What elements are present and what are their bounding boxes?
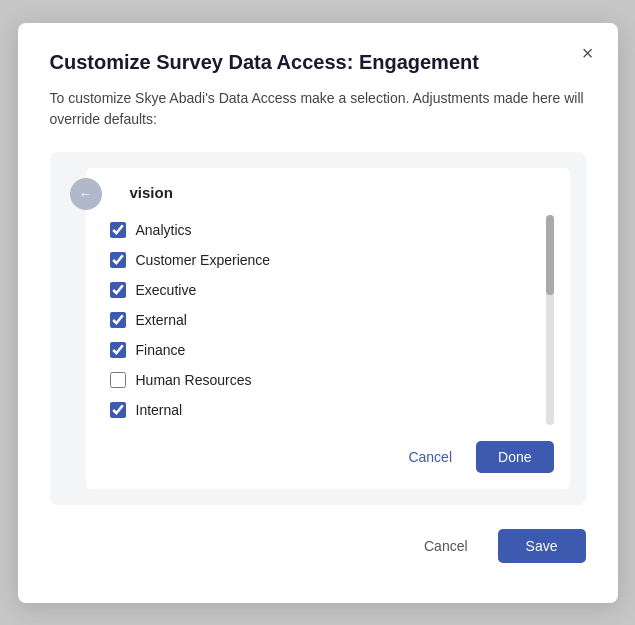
done-button[interactable]: Done: [476, 441, 553, 473]
panel-footer: Cancel Done: [106, 441, 554, 473]
modal: × Customize Survey Data Access: Engageme…: [18, 23, 618, 603]
checkbox-external[interactable]: [110, 312, 126, 328]
scrollbar-track[interactable]: [546, 215, 554, 425]
list-item: External: [106, 305, 536, 335]
list-item: Internal: [106, 395, 536, 425]
checkbox-human_resources[interactable]: [110, 372, 126, 388]
list-item: Customer Experience: [106, 245, 536, 275]
panel-title: vision: [106, 184, 554, 201]
checkbox-label-finance: Finance: [136, 342, 186, 358]
scrollbar-thumb[interactable]: [546, 215, 554, 295]
inner-panel: ← vision AnalyticsCustomer ExperienceExe…: [86, 168, 570, 489]
checkbox-label-human_resources: Human Resources: [136, 372, 252, 388]
checkbox-finance[interactable]: [110, 342, 126, 358]
close-button[interactable]: ×: [578, 39, 598, 67]
modal-overlay: × Customize Survey Data Access: Engageme…: [0, 0, 635, 625]
checkbox-label-analytics: Analytics: [136, 222, 192, 238]
inner-cancel-button[interactable]: Cancel: [394, 441, 466, 473]
checkbox-list-container: AnalyticsCustomer ExperienceExecutiveExt…: [106, 215, 540, 425]
list-item: Analytics: [106, 215, 536, 245]
modal-footer: Cancel Save: [50, 529, 586, 563]
checkbox-customer_experience[interactable]: [110, 252, 126, 268]
checkbox-label-external: External: [136, 312, 187, 328]
list-item: Human Resources: [106, 365, 536, 395]
checkbox-label-customer_experience: Customer Experience: [136, 252, 271, 268]
modal-title: Customize Survey Data Access: Engagement: [50, 51, 586, 74]
list-item: Finance: [106, 335, 536, 365]
back-button[interactable]: ←: [70, 178, 102, 210]
checkbox-label-internal: Internal: [136, 402, 183, 418]
list-item: Executive: [106, 275, 536, 305]
modal-description: To customize Skye Abadi's Data Access ma…: [50, 88, 586, 130]
checkbox-label-executive: Executive: [136, 282, 197, 298]
checkbox-list: AnalyticsCustomer ExperienceExecutiveExt…: [106, 215, 536, 425]
checkbox-analytics[interactable]: [110, 222, 126, 238]
checkbox-internal[interactable]: [110, 402, 126, 418]
scrollbar-area: AnalyticsCustomer ExperienceExecutiveExt…: [106, 215, 554, 425]
outer-panel: ← vision AnalyticsCustomer ExperienceExe…: [50, 152, 586, 505]
outer-cancel-button[interactable]: Cancel: [406, 529, 486, 563]
save-button[interactable]: Save: [498, 529, 586, 563]
checkbox-executive[interactable]: [110, 282, 126, 298]
